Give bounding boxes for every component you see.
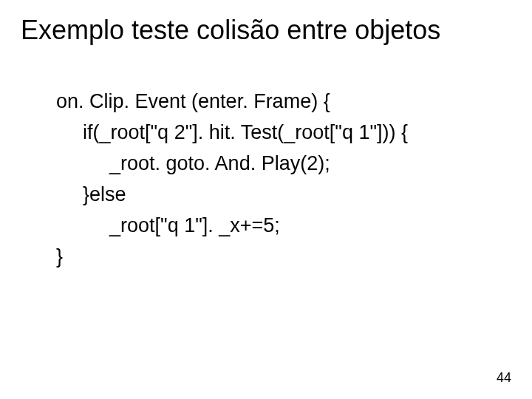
code-line-4: }else (56, 180, 511, 211)
page-number: 44 (497, 370, 511, 386)
slide-title: Exemplo teste colisão entre objetos (21, 15, 511, 45)
code-line-5: _root["q 1"]. _x+=5; (56, 211, 511, 242)
code-line-2: if(_root["q 2"]. hit. Test(_root["q 1"])… (56, 117, 511, 149)
code-block: on. Clip. Event (enter. Frame) { if(_roo… (21, 86, 511, 272)
code-line-3: _root. goto. And. Play(2); (56, 149, 511, 180)
code-line-1: on. Clip. Event (enter. Frame) { (56, 86, 511, 117)
slide: Exemplo teste colisão entre objetos on. … (0, 0, 532, 399)
code-line-6: } (56, 242, 511, 273)
